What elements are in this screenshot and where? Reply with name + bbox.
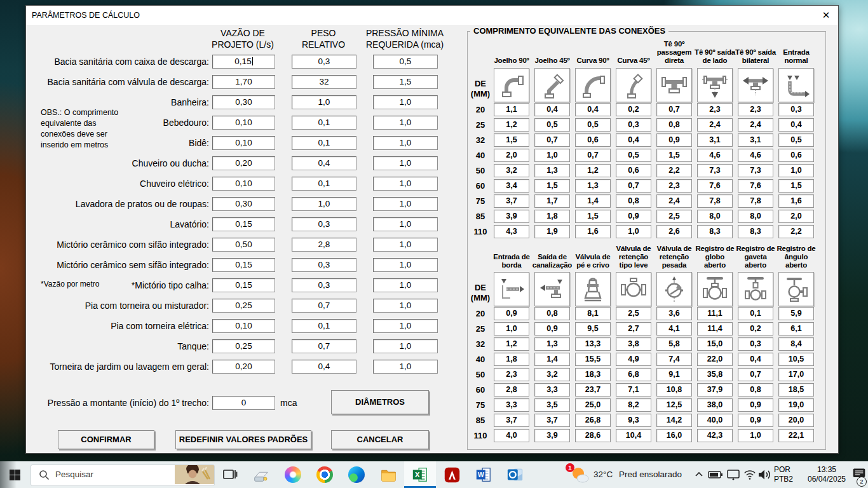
tray-battery-button[interactable] xyxy=(708,468,723,482)
redefinir-valores-button[interactable]: REDEFINIR VALORES PADRÕES xyxy=(175,430,311,449)
equiv-length-input[interactable]: 0,6 xyxy=(778,149,814,162)
word-app-button[interactable]: W xyxy=(468,461,499,488)
equiv-length-input[interactable]: 2,6 xyxy=(656,225,692,238)
pressao-input[interactable]: 1,0 xyxy=(373,299,438,313)
equiv-length-input[interactable]: 3,2 xyxy=(494,164,529,177)
equiv-length-input[interactable]: 28,6 xyxy=(575,429,611,442)
equiv-length-input[interactable]: 2,7 xyxy=(616,322,651,336)
search-highlight-image[interactable] xyxy=(175,465,214,484)
equiv-length-input[interactable]: 9,3 xyxy=(616,414,651,427)
equiv-length-input[interactable]: 8,3 xyxy=(738,225,773,238)
close-icon[interactable]: ✕ xyxy=(817,6,836,25)
equiv-length-input[interactable]: 8,2 xyxy=(616,398,651,412)
pressao-input[interactable]: 1,0 xyxy=(373,156,438,170)
pressao-input[interactable]: 1,0 xyxy=(373,197,438,211)
equiv-length-input[interactable]: 11,4 xyxy=(697,322,733,336)
equiv-length-input[interactable]: 2,4 xyxy=(738,118,773,132)
vazao-input[interactable]: 0,15 xyxy=(212,55,275,69)
equiv-length-input[interactable]: 3,4 xyxy=(494,179,529,193)
equiv-length-input[interactable]: 0,8 xyxy=(616,194,651,208)
equiv-length-input[interactable]: 16,0 xyxy=(656,429,692,442)
equiv-length-input[interactable]: 2,0 xyxy=(778,210,814,223)
vazao-input[interactable]: 0,10 xyxy=(212,116,275,130)
equiv-length-input[interactable]: 0,1 xyxy=(738,307,773,320)
equiv-length-input[interactable]: 0,7 xyxy=(738,368,773,381)
clock-indicator[interactable]: 13:35 06/04/2025 xyxy=(801,465,853,484)
equiv-length-input[interactable]: 0,9 xyxy=(738,398,773,412)
equiv-length-input[interactable]: 1,6 xyxy=(575,225,611,238)
tray-volume-button[interactable] xyxy=(757,468,773,482)
tray-wifi-button[interactable] xyxy=(742,468,757,482)
equiv-length-input[interactable]: 6,1 xyxy=(778,322,814,336)
outlook-app-button[interactable] xyxy=(499,461,531,488)
equiv-length-input[interactable]: 3,1 xyxy=(697,133,733,147)
chrome-app-button[interactable] xyxy=(309,461,341,488)
equiv-length-input[interactable]: 6,8 xyxy=(616,368,651,381)
equiv-length-input[interactable]: 18,3 xyxy=(575,368,611,381)
equiv-length-input[interactable]: 2,3 xyxy=(656,179,692,193)
pressao-input[interactable]: 1,5 xyxy=(373,75,438,89)
equiv-length-input[interactable]: 4,9 xyxy=(616,353,651,366)
equiv-length-input[interactable]: 1,2 xyxy=(494,337,529,351)
equiv-length-input[interactable]: 0,8 xyxy=(534,307,570,320)
equiv-length-input[interactable]: 1,3 xyxy=(534,164,570,177)
tray-cast-button[interactable] xyxy=(726,468,741,482)
equiv-length-input[interactable]: 0,3 xyxy=(616,118,651,132)
peso-input[interactable]: 0,4 xyxy=(292,156,356,170)
acrobat-app-button[interactable] xyxy=(436,461,468,488)
weather-desc[interactable]: Pred ensolarado xyxy=(619,461,682,488)
cancelar-button[interactable]: CANCELAR xyxy=(331,430,429,449)
equiv-length-input[interactable]: 0,7 xyxy=(616,179,651,193)
pressao-input[interactable]: 1,0 xyxy=(373,177,438,191)
equiv-length-input[interactable]: 1,1 xyxy=(494,103,529,116)
peso-input[interactable]: 1,0 xyxy=(292,197,356,211)
equiv-length-input[interactable]: 3,3 xyxy=(534,383,570,396)
equiv-length-input[interactable]: 0,9 xyxy=(494,307,529,320)
equiv-length-input[interactable]: 3,7 xyxy=(494,414,529,427)
scanner-app-button[interactable] xyxy=(245,461,277,488)
equiv-length-input[interactable]: 8,0 xyxy=(738,210,773,223)
equiv-length-input[interactable]: 22,0 xyxy=(697,353,733,366)
equiv-length-input[interactable]: 2,4 xyxy=(656,194,692,208)
pressao-input[interactable]: 1,0 xyxy=(373,319,438,333)
equiv-length-input[interactable]: 1,3 xyxy=(575,179,611,193)
peso-input[interactable]: 0,1 xyxy=(292,177,356,191)
peso-input[interactable]: 0,3 xyxy=(292,55,356,69)
equiv-length-input[interactable]: 3,7 xyxy=(534,414,570,427)
pressao-input[interactable]: 1,0 xyxy=(373,339,438,353)
equiv-length-input[interactable]: 0,4 xyxy=(616,133,651,147)
excel-app-button[interactable]: X xyxy=(404,461,436,488)
equiv-length-input[interactable]: 4,6 xyxy=(738,149,773,162)
dialog-titlebar[interactable]: PARÂMETROS DE CÁLCULO ✕ xyxy=(26,6,838,25)
equiv-length-input[interactable]: 0,2 xyxy=(616,103,651,116)
vazao-input[interactable]: 1,70 xyxy=(212,75,275,89)
equiv-length-input[interactable]: 0,9 xyxy=(656,133,692,147)
pressao-montante-input[interactable]: 0 xyxy=(212,396,275,410)
peso-input[interactable]: 0,7 xyxy=(292,299,356,313)
peso-input[interactable]: 0,4 xyxy=(292,360,356,374)
pressao-input[interactable]: 0,5 xyxy=(373,55,438,69)
equiv-length-input[interactable]: 1,0 xyxy=(738,429,773,442)
equiv-length-input[interactable]: 0,6 xyxy=(616,164,651,177)
equiv-length-input[interactable]: 11,1 xyxy=(697,307,733,320)
equiv-length-input[interactable]: 7,6 xyxy=(697,179,733,193)
diametros-button[interactable]: DIÂMETROS xyxy=(331,390,429,414)
equiv-length-input[interactable]: 0,4 xyxy=(575,103,611,116)
equiv-length-input[interactable]: 37,9 xyxy=(697,383,733,396)
equiv-length-input[interactable]: 2,5 xyxy=(616,307,651,320)
vazao-input[interactable]: 0,10 xyxy=(212,319,275,333)
equiv-length-input[interactable]: 8,0 xyxy=(697,210,733,223)
equiv-length-input[interactable]: 3,2 xyxy=(534,368,570,381)
vazao-input[interactable]: 0,25 xyxy=(212,299,275,313)
equiv-length-input[interactable]: 8,3 xyxy=(697,225,733,238)
equiv-length-input[interactable]: 35,8 xyxy=(697,368,733,381)
equiv-length-input[interactable]: 0,8 xyxy=(738,383,773,396)
equiv-length-input[interactable]: 0,6 xyxy=(575,133,611,147)
vazao-input[interactable]: 0,10 xyxy=(212,136,275,150)
vazao-input[interactable]: 0,15 xyxy=(212,217,275,231)
vazao-input[interactable]: 0,15 xyxy=(212,258,275,272)
equiv-length-input[interactable]: 15,0 xyxy=(697,337,733,351)
pressao-input[interactable]: 1,0 xyxy=(373,217,438,231)
equiv-length-input[interactable]: 3,9 xyxy=(494,210,529,223)
equiv-length-input[interactable]: 1,2 xyxy=(575,164,611,177)
